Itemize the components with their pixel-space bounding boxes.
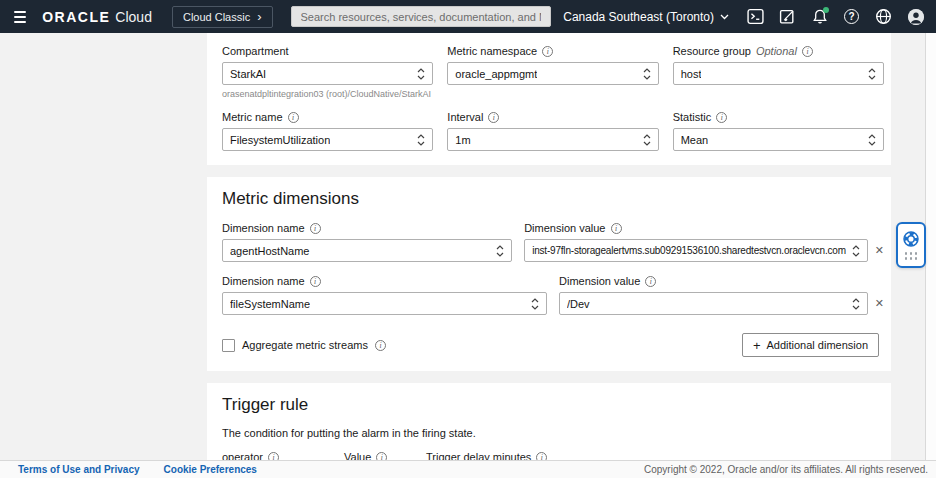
dimension-row: Dimension name i fileSystemName Dimensio…	[222, 275, 884, 315]
statistic-label: Statistic	[673, 111, 712, 123]
select-stepper-icon	[868, 133, 876, 147]
copyright-text: Copyright © 2022, Oracle and/or its affi…	[644, 464, 928, 475]
dimension-row: Dimension name i agentHostName Dimension…	[222, 222, 884, 262]
resource-group-select[interactable]: host	[673, 62, 884, 85]
question-glyph: ?	[844, 9, 859, 24]
aggregate-checkbox[interactable]	[222, 339, 235, 352]
resource-group-value: host	[681, 68, 702, 80]
brand-oracle: ORACLE	[42, 9, 110, 25]
dimension-name-select[interactable]: fileSystemName	[222, 292, 547, 315]
remove-dimension-icon[interactable]: ✕	[875, 298, 884, 309]
dimension-value-field: Dimension value i /Dev ✕	[559, 275, 884, 315]
form-content: Compartment StarkAI orasenatdpltintegrat…	[207, 33, 891, 478]
additional-dimension-button[interactable]: + Additional dimension	[742, 333, 879, 357]
compose-edit-icon[interactable]	[779, 8, 796, 25]
region-label: Canada Southeast (Toronto)	[563, 10, 714, 24]
metric-name-select[interactable]: FilesystemUtilization	[222, 128, 433, 151]
trigger-rule-title: Trigger rule	[222, 395, 884, 415]
life-ring-icon	[902, 230, 920, 248]
info-icon[interactable]: i	[310, 276, 321, 287]
dimension-name-select[interactable]: agentHostName	[222, 239, 512, 262]
notifications-bell-icon[interactable]	[811, 8, 828, 25]
select-stepper-icon	[852, 297, 860, 311]
dimension-name-value: fileSystemName	[230, 298, 310, 310]
metric-namespace-value: oracle_appmgmt	[455, 68, 537, 80]
compartment-label: Compartment	[222, 45, 289, 57]
metric-name-value: FilesystemUtilization	[230, 134, 330, 146]
aggregate-label: Aggregate metric streams	[242, 339, 368, 351]
info-icon[interactable]: i	[802, 46, 813, 57]
metric-namespace-field: Metric namespace i oracle_appmgmt	[447, 45, 658, 99]
dimension-value-value: /Dev	[567, 298, 590, 310]
metric-dimensions-card: Metric dimensions Dimension name i agent…	[207, 177, 891, 371]
compartment-select[interactable]: StarkAI	[222, 62, 433, 85]
search-bar	[291, 6, 552, 27]
select-stepper-icon	[852, 244, 860, 258]
dimension-value-select[interactable]: inst-97fln-storagealertvms.sub0929153610…	[524, 239, 868, 262]
dimension-name-field: Dimension name i agentHostName	[222, 222, 512, 262]
oracle-cloud-logo[interactable]: ORACLE Cloud	[42, 9, 152, 25]
info-icon[interactable]: i	[375, 340, 386, 351]
metric-dimensions-title: Metric dimensions	[222, 189, 884, 209]
info-icon[interactable]: i	[542, 46, 553, 57]
language-globe-icon[interactable]	[875, 8, 892, 25]
notification-dot	[823, 7, 829, 13]
dimension-value-label: Dimension value	[524, 222, 605, 234]
select-stepper-icon	[417, 133, 425, 147]
select-stepper-icon	[531, 297, 539, 311]
topbar-icon-group: ?	[747, 8, 924, 25]
dimension-name-label: Dimension name	[222, 275, 305, 287]
info-icon[interactable]: i	[716, 112, 727, 123]
compartment-field: Compartment StarkAI orasenatdpltintegrat…	[222, 45, 433, 99]
dimension-value-select[interactable]: /Dev	[559, 292, 868, 315]
brand-cloud: Cloud	[115, 9, 152, 25]
metric-namespace-label: Metric namespace	[447, 45, 537, 57]
help-question-icon[interactable]: ?	[843, 8, 860, 25]
region-selector[interactable]: Canada Southeast (Toronto)	[563, 10, 729, 24]
metric-namespace-select[interactable]: oracle_appmgmt	[447, 62, 658, 85]
chevron-down-icon	[720, 14, 729, 20]
dimension-name-field: Dimension name i fileSystemName	[222, 275, 547, 315]
optional-tag: Optional	[756, 45, 797, 57]
metric-selection-card: Compartment StarkAI orasenatdpltintegrat…	[207, 33, 891, 165]
interval-value: 1m	[455, 134, 470, 146]
terms-link[interactable]: Terms of Use and Privacy	[18, 464, 140, 475]
chevron-right-icon: ›	[257, 12, 261, 21]
user-avatar[interactable]	[907, 8, 924, 25]
help-floating-widget[interactable]	[896, 222, 926, 268]
select-stepper-icon	[496, 244, 504, 258]
additional-dimension-label: Additional dimension	[766, 339, 868, 351]
statistic-value: Mean	[681, 134, 709, 146]
plus-icon: +	[753, 341, 761, 350]
cloud-classic-button[interactable]: Cloud Classic ›	[172, 6, 273, 28]
info-icon[interactable]: i	[288, 112, 299, 123]
metric-name-field: Metric name i FilesystemUtilization	[222, 111, 433, 151]
resource-group-field: Resource group Optional i host	[673, 45, 884, 99]
info-icon[interactable]: i	[611, 223, 622, 234]
compartment-value: StarkAI	[230, 68, 266, 80]
dimension-value-value: inst-97fln-storagealertvms.sub0929153610…	[532, 245, 846, 256]
statistic-field: Statistic i Mean	[673, 111, 884, 151]
cloud-shell-icon[interactable]	[747, 8, 764, 25]
aggregate-metric-streams-option: Aggregate metric streams i	[222, 339, 386, 352]
dimension-value-label: Dimension value	[559, 275, 640, 287]
search-input[interactable]	[291, 6, 552, 27]
compartment-path-helper: orasenatdpltintegration03 (root)/CloudNa…	[222, 89, 433, 99]
vertical-scrollbar[interactable]	[925, 33, 936, 460]
select-stepper-icon	[643, 67, 651, 81]
hamburger-menu-icon[interactable]	[14, 11, 26, 23]
dimension-value-field: Dimension value i inst-97fln-storagealer…	[524, 222, 884, 262]
interval-select[interactable]: 1m	[447, 128, 658, 151]
info-icon[interactable]: i	[488, 112, 499, 123]
drag-handle-dots-icon[interactable]	[905, 252, 918, 260]
info-icon[interactable]: i	[645, 276, 656, 287]
resource-group-label: Resource group	[673, 45, 751, 57]
select-stepper-icon	[868, 67, 876, 81]
interval-field: Interval i 1m	[447, 111, 658, 151]
remove-dimension-icon[interactable]: ✕	[875, 245, 884, 256]
select-stepper-icon	[417, 67, 425, 81]
footer: Terms of Use and Privacy Cookie Preferen…	[0, 460, 936, 478]
cookie-preferences-link[interactable]: Cookie Preferences	[164, 464, 257, 475]
info-icon[interactable]: i	[310, 223, 321, 234]
statistic-select[interactable]: Mean	[673, 128, 884, 151]
